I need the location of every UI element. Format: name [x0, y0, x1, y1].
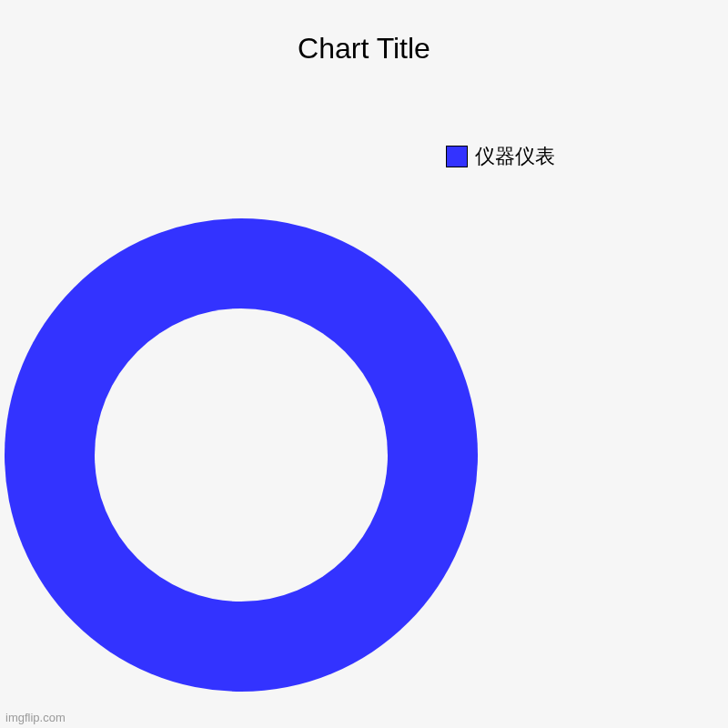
donut-chart: [5, 218, 478, 692]
watermark: imgflip.com: [5, 711, 66, 724]
legend: 仪器仪表: [446, 143, 555, 170]
donut-hole: [95, 308, 388, 602]
chart-title: Chart Title: [298, 32, 430, 66]
legend-swatch: [446, 146, 468, 167]
chart-container: Chart Title 仪器仪表 imgflip.com: [0, 0, 728, 728]
donut-ring: [5, 218, 478, 692]
legend-label: 仪器仪表: [475, 143, 555, 170]
